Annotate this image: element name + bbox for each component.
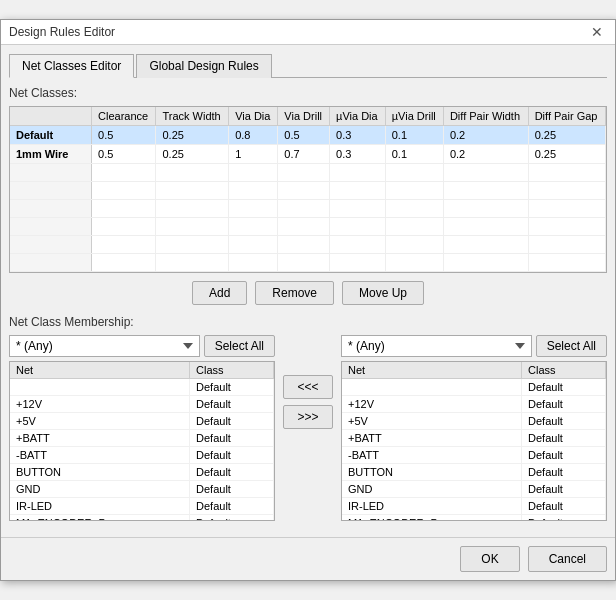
list-item[interactable]: GND Default: [10, 481, 274, 498]
transfer-left-button[interactable]: <<<: [283, 375, 333, 399]
list-net: BUTTON: [342, 464, 522, 481]
transfer-buttons: <<< >>>: [283, 335, 333, 429]
list-class: Default: [522, 481, 606, 498]
membership-left-list[interactable]: Net Class Default +12V Default +5V Defau…: [9, 361, 275, 521]
col-header-name: [10, 107, 92, 126]
select-all-left-button[interactable]: Select All: [204, 335, 275, 357]
list-net: +5V: [342, 413, 522, 430]
table-row-empty: [10, 254, 606, 272]
list-item[interactable]: BUTTON Default: [342, 464, 606, 481]
list-class: Default: [522, 379, 606, 396]
right-col-class: Class: [522, 362, 606, 379]
row-uvia-drill: 0.1: [385, 145, 443, 164]
row-uvia-drill: 0.1: [385, 126, 443, 145]
membership-row: * (Any) Select All Net Class: [9, 335, 607, 521]
row-diff-pair-width: 0.2: [443, 145, 528, 164]
table-row-empty: [10, 218, 606, 236]
right-dropdown[interactable]: * (Any): [341, 335, 532, 357]
right-list-header: Net Class: [342, 362, 606, 379]
close-button[interactable]: ✕: [587, 24, 607, 40]
net-classes-table-wrapper: Clearance Track Width Via Dia Via Drill …: [9, 106, 607, 273]
membership-right-list[interactable]: Net Class Default +12V Default +5V Defau…: [341, 361, 607, 521]
list-net: -BATT: [10, 447, 190, 464]
list-class: Default: [522, 430, 606, 447]
list-item[interactable]: IR-LED Default: [10, 498, 274, 515]
list-net: M1_ENCODER_B: [10, 515, 190, 522]
select-all-right-button[interactable]: Select All: [536, 335, 607, 357]
list-item[interactable]: +BATT Default: [10, 430, 274, 447]
net-classes-section: Net Classes: Clearance Track Width Via D…: [9, 86, 607, 305]
list-net: -BATT: [342, 447, 522, 464]
row-uvia-dia: 0.3: [330, 126, 386, 145]
col-header-diff-pair-gap: Diff Pair Gap: [528, 107, 605, 126]
dialog: Design Rules Editor ✕ Net Classes Editor…: [0, 19, 616, 581]
net-classes-button-row: Add Remove Move Up: [9, 281, 607, 305]
ok-button[interactable]: OK: [460, 546, 519, 572]
list-item[interactable]: -BATT Default: [342, 447, 606, 464]
membership-right-column: * (Any) Select All Net Class: [341, 335, 607, 521]
list-item[interactable]: M1_ENCODER_B Default: [342, 515, 606, 522]
list-item[interactable]: -BATT Default: [10, 447, 274, 464]
list-item[interactable]: GND Default: [342, 481, 606, 498]
transfer-right-button[interactable]: >>>: [283, 405, 333, 429]
list-class: Default: [522, 413, 606, 430]
table-row-empty: [10, 164, 606, 182]
list-net: IR-LED: [10, 498, 190, 515]
row-diff-pair-gap: 0.25: [528, 145, 605, 164]
list-item[interactable]: +12V Default: [342, 396, 606, 413]
table-row-empty: [10, 200, 606, 218]
list-net: [10, 379, 190, 396]
col-header-diff-pair-width: Diff Pair Width: [443, 107, 528, 126]
list-class: Default: [190, 498, 274, 515]
list-net: GND: [10, 481, 190, 498]
left-dropdown[interactable]: * (Any): [9, 335, 200, 357]
list-net: GND: [342, 481, 522, 498]
list-class: Default: [522, 515, 606, 522]
row-via-drill: 0.5: [278, 126, 330, 145]
list-class: Default: [190, 430, 274, 447]
table-row[interactable]: 1mm Wire 0.5 0.25 1 0.7 0.3 0.1 0.2 0.25: [10, 145, 606, 164]
net-classes-table: Clearance Track Width Via Dia Via Drill …: [10, 107, 606, 272]
list-item[interactable]: +5V Default: [10, 413, 274, 430]
list-net: +BATT: [10, 430, 190, 447]
row-uvia-dia: 0.3: [330, 145, 386, 164]
list-item[interactable]: +5V Default: [342, 413, 606, 430]
col-header-clearance: Clearance: [92, 107, 156, 126]
list-net: +12V: [10, 396, 190, 413]
membership-left-controls: * (Any) Select All: [9, 335, 275, 357]
row-via-dia: 1: [229, 145, 278, 164]
tab-net-classes[interactable]: Net Classes Editor: [9, 54, 134, 78]
list-class: Default: [190, 515, 274, 522]
list-net: [342, 379, 522, 396]
row-name: Default: [10, 126, 92, 145]
membership-right-controls: * (Any) Select All: [341, 335, 607, 357]
row-track-width: 0.25: [156, 145, 229, 164]
row-via-dia: 0.8: [229, 126, 278, 145]
list-item[interactable]: +12V Default: [10, 396, 274, 413]
list-item[interactable]: +BATT Default: [342, 430, 606, 447]
table-row[interactable]: Default 0.5 0.25 0.8 0.5 0.3 0.1 0.2 0.2…: [10, 126, 606, 145]
list-item[interactable]: M1_ENCODER_B Default: [10, 515, 274, 522]
tab-global-design-rules[interactable]: Global Design Rules: [136, 54, 271, 78]
col-header-via-dia: Via Dia: [229, 107, 278, 126]
list-item[interactable]: BUTTON Default: [10, 464, 274, 481]
dialog-footer: OK Cancel: [1, 537, 615, 580]
right-col-net: Net: [342, 362, 522, 379]
list-net: +BATT: [342, 430, 522, 447]
add-button[interactable]: Add: [192, 281, 247, 305]
left-list-header: Net Class: [10, 362, 274, 379]
cancel-button[interactable]: Cancel: [528, 546, 607, 572]
list-item[interactable]: Default: [10, 379, 274, 396]
membership-label: Net Class Membership:: [9, 315, 607, 329]
table-header-row: Clearance Track Width Via Dia Via Drill …: [10, 107, 606, 126]
list-item[interactable]: IR-LED Default: [342, 498, 606, 515]
list-class: Default: [190, 379, 274, 396]
net-classes-label: Net Classes:: [9, 86, 607, 100]
move-up-button[interactable]: Move Up: [342, 281, 424, 305]
list-class: Default: [190, 413, 274, 430]
list-net: BUTTON: [10, 464, 190, 481]
remove-button[interactable]: Remove: [255, 281, 334, 305]
row-diff-pair-gap: 0.25: [528, 126, 605, 145]
list-class: Default: [522, 498, 606, 515]
list-item[interactable]: Default: [342, 379, 606, 396]
